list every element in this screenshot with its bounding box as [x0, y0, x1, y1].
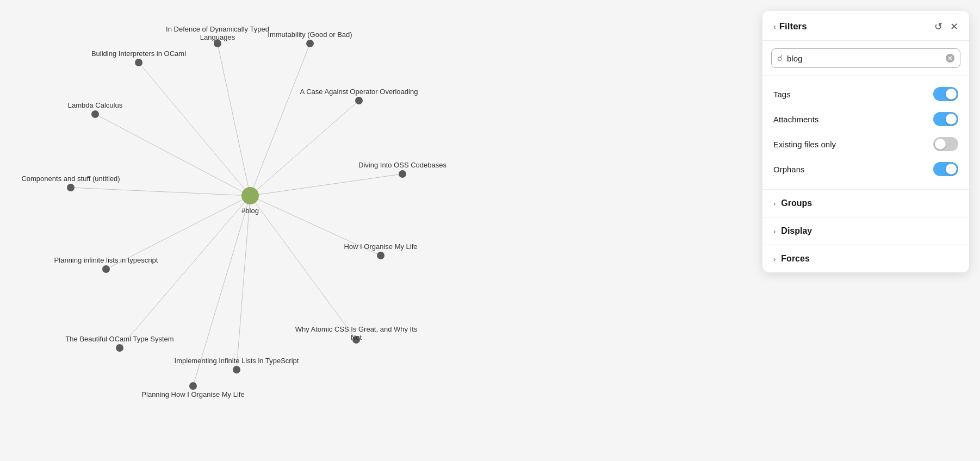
node-n10[interactable]	[352, 336, 360, 344]
label-n4: A Case Against Operator Overloading	[300, 88, 418, 96]
reset-button[interactable]: ↺	[934, 21, 942, 33]
display-label: Display	[781, 226, 812, 236]
display-chevron-icon: ›	[773, 227, 776, 235]
groups-label: Groups	[781, 198, 812, 208]
search-input[interactable]	[787, 54, 941, 63]
node-n12[interactable]	[189, 382, 197, 390]
filter-label-attachments: Attachments	[773, 115, 818, 124]
toggle-existing-files-only[interactable]	[933, 137, 958, 151]
svg-line-1	[250, 43, 310, 196]
center-node-label: #blog	[241, 207, 259, 215]
svg-line-3	[250, 101, 359, 196]
filter-row-existing-files-only: Existing files only	[773, 132, 958, 157]
node-n7[interactable]	[67, 184, 75, 191]
node-n9[interactable]	[102, 265, 110, 273]
node-n2[interactable]	[306, 40, 314, 47]
svg-line-6	[71, 188, 250, 196]
close-button[interactable]: ✕	[950, 21, 958, 33]
graph-svg: #blog In Defence of Dynamically Typed La…	[0, 0, 615, 461]
toggle-orphans[interactable]	[933, 162, 958, 176]
label-n10a: Why Atomic CSS Is Great, and Why Its	[295, 325, 418, 333]
svg-line-7	[250, 196, 381, 256]
panel-collapse-icon[interactable]: ‹	[773, 22, 776, 31]
svg-line-4	[95, 114, 250, 196]
label-n1: In Defence of Dynamically Typed	[166, 25, 269, 33]
label-n2: Immutability (Good or Bad)	[268, 30, 352, 39]
forces-label: Forces	[781, 254, 809, 264]
filter-row-tags: Tags	[773, 82, 958, 107]
label-n9: Planning infinite lists in typescript	[54, 256, 158, 264]
node-n1[interactable]	[214, 40, 221, 47]
filters-panel: ‹ Filters ↺ ✕ ☌ Tags	[762, 11, 969, 272]
forces-section[interactable]: › Forces	[762, 245, 969, 272]
svg-line-11	[193, 196, 250, 386]
toggle-attachments[interactable]	[933, 112, 958, 126]
label-n7: Components and stuff (untitled)	[21, 175, 120, 183]
node-n11[interactable]	[233, 366, 240, 373]
node-n3[interactable]	[135, 59, 142, 66]
filter-row-orphans: Orphans	[773, 157, 958, 182]
label-n13: The Beautiful OCaml Type System	[65, 335, 173, 343]
label-n12: Planning How I Organise My Life	[141, 390, 244, 398]
search-container: ☌	[762, 41, 969, 76]
toggle-tags[interactable]	[933, 87, 958, 101]
panel-header-actions: ↺ ✕	[934, 21, 958, 33]
panel-header: ‹ Filters ↺ ✕	[762, 11, 969, 41]
svg-line-12	[120, 196, 250, 348]
node-n8[interactable]	[377, 252, 384, 259]
node-n6[interactable]	[399, 170, 406, 178]
node-n13[interactable]	[116, 344, 123, 352]
svg-line-8	[106, 196, 250, 269]
filter-label-tags: Tags	[773, 90, 791, 99]
center-node[interactable]	[241, 187, 259, 204]
graph-area[interactable]: #blog In Defence of Dynamically Typed La…	[0, 0, 615, 461]
display-section[interactable]: › Display	[762, 217, 969, 245]
groups-section[interactable]: › Groups	[762, 190, 969, 217]
node-n4[interactable]	[355, 97, 363, 104]
label-n11: Implementing Infinite Lists in TypeScrip…	[175, 357, 299, 365]
label-n3: Building Interpreters in OCaml	[91, 49, 186, 58]
filter-row-attachments: Attachments	[773, 107, 958, 132]
filter-rows: Tags Attachments Existing files only	[762, 76, 969, 190]
filter-label-existing-files-only: Existing files only	[773, 140, 836, 149]
label-n6: Diving Into OSS Codebases	[358, 161, 446, 169]
svg-line-9	[250, 196, 356, 340]
forces-chevron-icon: ›	[773, 255, 776, 263]
node-n5[interactable]	[91, 110, 99, 118]
clear-icon	[946, 54, 954, 63]
search-clear-button[interactable]	[946, 54, 954, 63]
label-n5: Lambda Calculus	[68, 101, 123, 109]
svg-line-0	[218, 43, 250, 196]
groups-chevron-icon: ›	[773, 200, 776, 208]
search-icon: ☌	[777, 53, 783, 63]
search-input-wrapper: ☌	[771, 48, 960, 68]
svg-line-2	[139, 63, 250, 196]
svg-line-5	[250, 174, 402, 196]
svg-line-10	[237, 196, 250, 370]
filter-label-orphans: Orphans	[773, 165, 805, 174]
panel-title: Filters	[779, 21, 934, 32]
